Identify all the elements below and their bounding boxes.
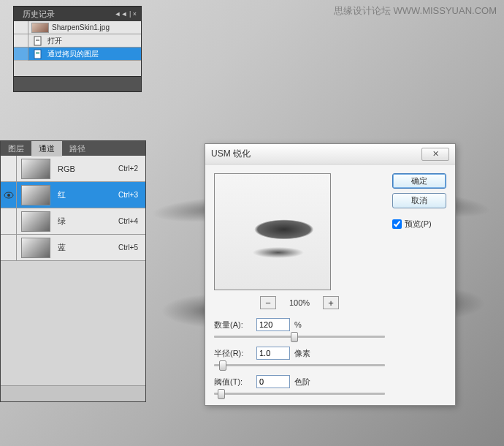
history-item-open[interactable]: 打开 [14, 34, 141, 48]
slider-thumb[interactable] [219, 360, 226, 371]
panel-controls[interactable]: ◄◄ | × [115, 10, 141, 18]
preview-checkbox[interactable] [392, 219, 402, 229]
zoom-in-button[interactable]: + [323, 296, 339, 309]
visibility-toggle[interactable] [1, 182, 17, 208]
tab-channels[interactable]: 通道 [31, 141, 62, 156]
dialog-title: USM 锐化 [211, 148, 251, 160]
channel-name: 红 [55, 189, 118, 200]
history-item-copylayer[interactable]: 通过拷贝的图层 [14, 48, 141, 61]
radius-input[interactable] [256, 347, 290, 360]
history-panel: 历史记录 ◄◄ | × SharpenSkin1.jpg 打开 通过拷贝的图层 [13, 6, 142, 92]
radius-label: 半径(R): [214, 348, 252, 359]
slider-thumb[interactable] [291, 332, 298, 342]
close-icon: ✕ [432, 149, 439, 159]
radius-unit: 像素 [294, 348, 310, 359]
history-item-label: 打开 [47, 36, 141, 46]
threshold-unit: 色阶 [294, 377, 310, 388]
svg-rect-4 [36, 52, 39, 53]
channel-name: 绿 [55, 216, 118, 227]
preview-label: 预览(P) [405, 219, 432, 230]
channel-thumb [21, 211, 50, 232]
dialog-titlebar[interactable]: USM 锐化 ✕ [205, 144, 455, 165]
ok-button[interactable]: 确定 [392, 173, 446, 189]
channel-shortcut: Ctrl+2 [118, 165, 145, 173]
slider-thumb[interactable] [218, 389, 225, 399]
threshold-input[interactable] [256, 375, 290, 388]
visibility-toggle[interactable] [1, 208, 17, 235]
history-footer [14, 77, 141, 91]
channel-green[interactable]: 绿 Ctrl+4 [1, 208, 145, 235]
file-icon [33, 49, 43, 59]
history-tabbar: 历史记录 ◄◄ | × [14, 7, 141, 21]
tab-paths[interactable]: 路径 [62, 141, 93, 156]
channel-name: 蓝 [55, 242, 118, 253]
channel-thumb [21, 159, 50, 179]
svg-rect-5 [36, 53, 39, 54]
tab-layers[interactable]: 图层 [1, 141, 31, 156]
close-button[interactable]: ✕ [421, 148, 449, 161]
channel-thumb [21, 238, 50, 258]
channel-rgb[interactable]: RGB Ctrl+2 [1, 156, 145, 182]
history-tab[interactable]: 历史记录 [23, 9, 55, 20]
history-item-document[interactable]: SharpenSkin1.jpg [14, 21, 141, 34]
channels-tabs: 图层 通道 路径 [1, 141, 145, 156]
watermark: 思缘设计论坛 WWW.MISSYUAN.COM [334, 4, 497, 18]
visibility-toggle[interactable] [1, 235, 17, 261]
amount-label: 数量(A): [214, 320, 252, 330]
zoom-value: 100% [289, 298, 310, 307]
channel-name: RGB [55, 165, 118, 173]
amount-input[interactable] [256, 318, 290, 331]
zoom-out-button[interactable]: − [260, 296, 276, 309]
cancel-button[interactable]: 取消 [392, 193, 446, 208]
threshold-label: 阈值(T): [214, 377, 252, 388]
channel-thumb [21, 185, 50, 205]
svg-point-7 [7, 194, 10, 197]
eye-icon [4, 192, 14, 199]
history-item-label: 通过拷贝的图层 [47, 49, 141, 59]
usm-dialog: USM 锐化 ✕ − 100% + 数量(A): % 半径(R): 像素 [205, 143, 456, 406]
channel-red[interactable]: 红 Ctrl+3 [1, 182, 145, 208]
amount-slider[interactable] [214, 336, 385, 338]
channel-shortcut: Ctrl+5 [118, 243, 145, 252]
visibility-toggle[interactable] [1, 156, 17, 182]
history-item-label: SharpenSkin1.jpg [52, 23, 141, 31]
document-thumb [31, 23, 49, 33]
svg-rect-1 [36, 39, 39, 39]
channel-shortcut: Ctrl+3 [118, 191, 145, 199]
plus-icon: + [328, 298, 334, 309]
filter-preview[interactable] [214, 173, 331, 290]
radius-slider[interactable] [214, 364, 385, 366]
file-icon [33, 36, 43, 46]
channel-blue[interactable]: 蓝 Ctrl+5 [1, 235, 145, 261]
amount-unit: % [294, 320, 302, 329]
channel-shortcut: Ctrl+4 [118, 217, 145, 225]
threshold-slider[interactable] [214, 393, 385, 395]
minus-icon: − [265, 298, 271, 309]
svg-rect-2 [36, 40, 39, 41]
channels-panel: 图层 通道 路径 RGB Ctrl+2 红 Ctrl+3 绿 Ctrl+4 蓝 … [0, 140, 146, 402]
